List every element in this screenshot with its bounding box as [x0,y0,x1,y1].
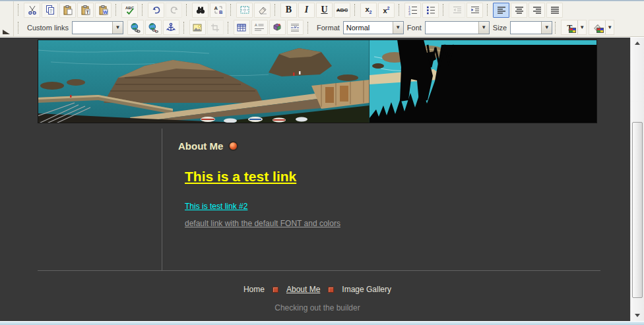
chevron-down-icon: ▼ [393,22,403,34]
font-label: Font [407,24,422,32]
colored-cube-icon [272,22,282,33]
editor-canvas[interactable]: About Me This is a test link This is tes… [0,38,630,321]
strikethrough-button[interactable]: ABC [334,3,350,18]
cut-button[interactable] [24,3,40,18]
text-color-icon: T [562,20,577,34]
unlink-globe-icon [148,22,158,33]
toolbar-grip [18,22,20,34]
remove-format-button[interactable] [254,3,271,18]
test-link-1[interactable]: This is a test link [185,169,296,185]
align-left-button[interactable] [493,3,509,18]
bulleted-list-button[interactable] [422,3,439,18]
align-center-button[interactable] [511,3,527,18]
page-title: About Me [178,140,223,152]
copy-button[interactable] [42,3,58,18]
scroll-up-button[interactable] [631,38,644,49]
italic-button[interactable]: I [298,3,315,18]
toolbar-rows: T W ABC AB B I U ABC x2 x2 123 [14,1,644,36]
orange-bullet-icon [228,141,238,151]
copy-icon [45,5,55,15]
undo-arrow-icon [151,5,162,15]
chevron-down-icon: ▼ [478,22,489,34]
text-color-button[interactable]: T ▼ [561,20,587,35]
toolbar-grip [274,4,277,16]
toolbar-row-1: T W ABC AB B I U ABC x2 x2 123 [14,1,644,19]
underline-button[interactable]: U [316,3,333,18]
site-tagline: Checking out the builder [38,303,597,312]
decrease-indent-button[interactable] [449,3,465,18]
justify-button[interactable] [546,3,563,18]
justify-icon [550,5,560,15]
subscript-button[interactable]: x2 [360,3,377,18]
insert-horizontal-line-button[interactable]: A [251,20,268,35]
table-icon [236,22,247,33]
svg-text:T: T [86,10,89,15]
superscript-icon: x2 [383,6,389,15]
vertical-scrollbar[interactable] [630,38,644,321]
page-break-button[interactable] [287,20,304,35]
insert-link-button[interactable] [127,20,144,35]
show-table-borders-button[interactable] [236,3,253,18]
toolbar-grip [307,22,310,34]
format-dropdown[interactable]: Normal ▼ [343,21,404,34]
binoculars-icon [195,5,206,15]
insert-flash-button[interactable] [207,20,224,35]
font-dropdown[interactable]: ▼ [425,21,490,34]
find-button[interactable] [192,3,209,18]
header-photo[interactable] [38,40,597,123]
svg-text:W: W [103,10,108,15]
align-center-icon [514,5,525,15]
toolbar-grip [115,4,118,16]
window-bottom-edge [0,321,644,325]
footer-divider [38,270,600,271]
custom-links-dropdown[interactable]: ▼ [72,21,123,34]
chevron-down-icon: ▼ [577,20,586,34]
redo-button[interactable] [166,3,182,18]
insert-table-button[interactable] [234,20,250,35]
undo-button[interactable] [148,3,164,18]
insert-image-button[interactable] [189,20,206,35]
chevron-down-icon: ▼ [112,22,123,34]
footer-nav-about-me[interactable]: About Me [286,285,320,294]
background-color-button[interactable]: ▼ [589,20,614,35]
bulleted-list-icon [426,5,436,15]
page-break-icon [290,22,300,33]
scroll-down-arrow-icon [635,314,640,317]
font-value [426,22,478,34]
align-right-button[interactable] [529,3,545,18]
toolbar-grip [399,4,401,16]
clipboard-word-icon: W [98,5,109,15]
numbered-list-button[interactable]: 123 [404,3,421,18]
outdent-icon [452,5,463,15]
scroll-down-button[interactable] [631,310,644,321]
remove-link-button[interactable] [145,20,162,35]
toolbar-grip [228,22,230,34]
paste-as-plain-text-button[interactable]: T [77,3,94,18]
footer-nav-home[interactable]: Home [243,285,265,294]
spell-check-button[interactable]: ABC [121,3,138,18]
size-dropdown[interactable]: ▼ [510,21,552,34]
replace-button[interactable]: AB [210,3,226,18]
spellcheck-icon: ABC [125,5,135,15]
editor-toolbar: T W ABC AB B I U ABC x2 x2 123 [0,1,644,37]
test-link-2[interactable]: This is test link #2 [185,202,247,211]
default-link[interactable]: default link with the default FONT and c… [185,219,340,228]
toolbar-grip [354,4,357,16]
toolbar-grip [443,4,445,16]
bold-button[interactable]: B [280,3,297,18]
paste-from-word-button[interactable]: W [95,3,112,18]
align-right-icon [532,5,542,15]
toolbar-row-2: Custom links ▼ A Format Normal ▼ F [14,19,644,37]
paste-button[interactable] [59,3,76,18]
svg-text:3: 3 [408,12,410,16]
scrollbar-thumb[interactable] [632,122,643,298]
anchor-button[interactable] [163,20,179,35]
page-heading-row: About Me [178,140,238,152]
size-value [511,22,541,34]
collapse-toolbar-arrow-icon[interactable] [3,30,10,34]
increase-indent-button[interactable] [467,3,483,18]
image-icon [192,22,203,33]
footer-nav-image-gallery[interactable]: Image Gallery [342,285,391,294]
special-character-button[interactable] [269,20,286,35]
superscript-button[interactable]: x2 [378,3,395,18]
